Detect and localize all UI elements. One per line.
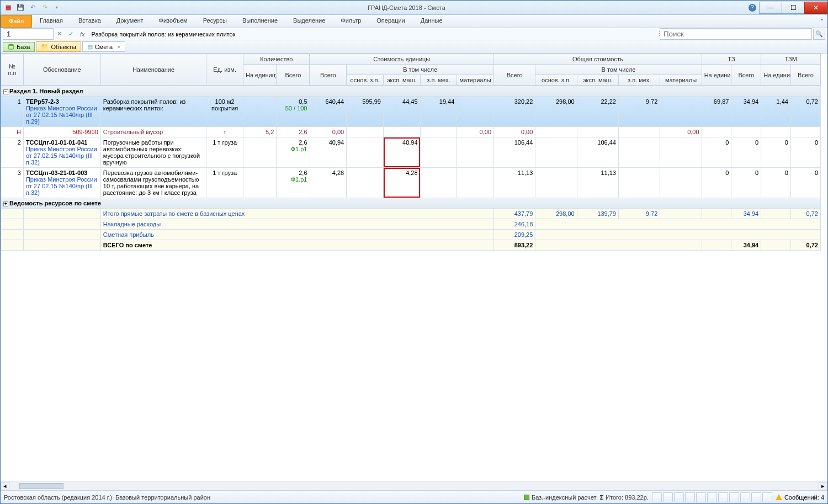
cell[interactable]: 4,28 <box>310 168 347 198</box>
cell[interactable] <box>618 127 660 137</box>
cell[interactable] <box>660 97 702 127</box>
minimize-button[interactable]: — <box>759 2 782 14</box>
cancel-icon[interactable]: ✕ <box>54 30 65 38</box>
tab-data[interactable]: Данные <box>413 15 450 28</box>
cell[interactable]: 5,2 <box>243 127 277 137</box>
total-row[interactable]: Сметная прибыль 209,25 <box>1 230 821 240</box>
cell[interactable] <box>535 127 577 137</box>
undo-icon[interactable]: ↶ <box>28 3 37 12</box>
colgrp-o-vtom[interactable]: В том числе <box>535 65 702 75</box>
nav-tab-objects[interactable]: 📁 Объекты <box>36 41 81 52</box>
colgrp-cost-unit[interactable]: Стоимость единицы <box>310 54 494 65</box>
expand-icon[interactable]: + <box>3 201 8 206</box>
horizontal-scrollbar[interactable]: ◂ ▸ <box>1 481 827 490</box>
cell[interactable] <box>243 137 277 168</box>
status-chip[interactable] <box>751 492 761 502</box>
status-chip[interactable] <box>696 492 706 502</box>
cell-n[interactable]: 3 <box>1 168 24 198</box>
ribbon-collapse-icon[interactable]: ▾ <box>816 15 827 28</box>
cell-ed[interactable]: 1 т груза <box>206 168 243 198</box>
cell-k-unit[interactable] <box>243 97 277 127</box>
cell[interactable] <box>347 127 384 137</box>
cell[interactable] <box>535 137 577 168</box>
cell[interactable]: 11,13 <box>494 168 535 198</box>
status-calc-mode[interactable]: Баз.-индексный расчет <box>524 494 596 501</box>
section-row[interactable]: −Раздел 1. Новый раздел <box>1 86 821 97</box>
status-sum[interactable]: ΣИтого: 893,22р. <box>600 494 649 501</box>
cell-code[interactable]: ТССЦпг-01-01-01-041 Приказ Минстроя Росс… <box>23 137 100 168</box>
save-icon[interactable]: 💾 <box>16 3 25 12</box>
colgrp-c-vtom[interactable]: В том числе <box>347 65 494 75</box>
cell[interactable]: 0,72 <box>790 97 820 127</box>
col-o-maw[interactable]: эксп. маш. <box>577 75 618 86</box>
scroll-thumb[interactable] <box>19 483 63 489</box>
cell-k-all[interactable]: 2,6 Ф1.р1 <box>277 137 310 168</box>
col-npp[interactable]: № п.п <box>1 54 24 86</box>
scroll-left-icon[interactable]: ◂ <box>1 482 9 490</box>
table-row[interactable]: 2 ТССЦпг-01-01-01-041 Приказ Минстроя Ро… <box>1 137 821 168</box>
colgrp-kol[interactable]: Количество <box>243 54 310 65</box>
status-messages[interactable]: Сообщений: 4 <box>776 494 824 501</box>
cell[interactable] <box>761 127 791 137</box>
cell[interactable]: 106,44 <box>577 137 618 168</box>
nav-tab-base[interactable]: База <box>3 42 35 52</box>
cell[interactable]: 2,6 <box>277 127 310 137</box>
col-tzm-v[interactable]: Всего <box>791 65 821 86</box>
qat-dropdown-icon[interactable]: ▾ <box>52 3 61 12</box>
cell[interactable]: 0 <box>731 168 761 198</box>
cell[interactable]: 0 <box>790 168 820 198</box>
cell-ed[interactable]: 100 м2 покрытия <box>206 97 243 127</box>
cell-name[interactable]: Перевозка грузов автомобилями-самосвалам… <box>100 168 206 198</box>
table-row[interactable]: 3 ТССЦпг-03-21-01-003 Приказ Минстроя Ро… <box>1 168 821 198</box>
cell-code[interactable]: ТССЦпг-03-21-01-003 Приказ Минстроя Росс… <box>23 168 100 198</box>
cell[interactable] <box>457 137 494 168</box>
cell[interactable]: 11,13 <box>577 168 618 198</box>
cell-k-all[interactable]: 2,6 Ф1.р1 <box>277 168 310 198</box>
tab-fizobem[interactable]: Физобъем <box>151 15 195 28</box>
col-c-mat[interactable]: материалы <box>457 75 494 86</box>
cell[interactable] <box>457 97 494 127</box>
tab-main[interactable]: Главная <box>32 15 71 28</box>
maximize-button[interactable]: ☐ <box>782 2 805 14</box>
cell[interactable] <box>618 168 660 198</box>
cell[interactable] <box>420 137 457 168</box>
help-icon[interactable]: ? <box>749 4 756 12</box>
total-row[interactable]: Итого прямые затраты по смете в базисных… <box>1 209 821 219</box>
cell[interactable]: 1,44 <box>761 97 791 127</box>
col-ed[interactable]: Ед. изм. <box>206 54 243 86</box>
cell-name[interactable]: Погрузочные работы при автомобильных пер… <box>100 137 206 168</box>
cell[interactable] <box>243 168 277 198</box>
status-chip[interactable] <box>762 492 772 502</box>
col-o-osn[interactable]: основ. з.п. <box>535 75 577 86</box>
cell[interactable]: 0 <box>702 137 731 168</box>
cell[interactable]: 0,00 <box>457 127 494 137</box>
cell[interactable] <box>660 168 702 198</box>
status-chip[interactable] <box>718 492 728 502</box>
cell[interactable] <box>702 127 731 137</box>
cell-n[interactable]: 1 <box>1 97 24 127</box>
tab-operations[interactable]: Операции <box>369 15 412 28</box>
cell[interactable]: 298,00 <box>535 97 577 127</box>
cell-code[interactable]: 509-9900 <box>23 127 100 137</box>
nav-tab-smeta[interactable]: ▤ Смета × <box>82 41 126 52</box>
cell[interactable] <box>731 127 761 137</box>
collapse-icon[interactable]: − <box>3 89 8 94</box>
cell-name[interactable]: Разборка покрытий полов: из керамических… <box>100 97 206 127</box>
cell-name[interactable]: Строительный мусор <box>100 127 206 137</box>
tab-file[interactable]: Файл <box>1 15 32 28</box>
cell[interactable] <box>347 137 384 168</box>
fx-icon[interactable]: fx <box>77 31 88 38</box>
cell[interactable]: 640,44 <box>310 97 347 127</box>
close-button[interactable]: ✕ <box>804 2 827 14</box>
cell[interactable]: 22,22 <box>577 97 618 127</box>
col-o-mat[interactable]: материалы <box>660 75 702 86</box>
cell-ed[interactable]: т <box>206 127 243 137</box>
cell[interactable]: 0 <box>702 168 731 198</box>
colgrp-cost-all[interactable]: Общая стоимость <box>494 54 702 65</box>
tab-insert[interactable]: Вставка <box>71 15 109 28</box>
redo-icon[interactable]: ↷ <box>40 3 49 12</box>
cell[interactable]: 320,22 <box>494 97 535 127</box>
cell[interactable]: 0 <box>731 137 761 168</box>
status-chip[interactable] <box>740 492 750 502</box>
col-c-all[interactable]: Всего <box>310 65 347 86</box>
